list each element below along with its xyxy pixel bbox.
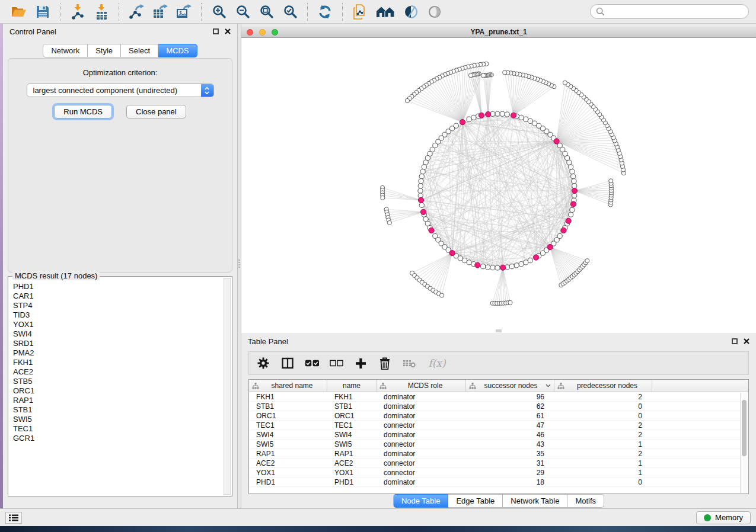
- column-header-successor-nodes[interactable]: successor nodes: [466, 380, 554, 392]
- result-node-item[interactable]: STB5: [13, 377, 222, 386]
- hide-graphics-icon: [404, 5, 418, 19]
- search-input[interactable]: [605, 6, 748, 18]
- clear-table-button[interactable]: [401, 354, 417, 372]
- select-all-button[interactable]: [304, 354, 320, 372]
- import-network-button[interactable]: [67, 2, 88, 22]
- export-image-button[interactable]: [173, 2, 194, 22]
- result-node-item[interactable]: TEC1: [13, 424, 222, 434]
- cell-name: YOX1: [327, 469, 377, 477]
- zoom-fit-button[interactable]: [256, 2, 277, 22]
- tab-mcds[interactable]: MCDS: [158, 44, 197, 57]
- add-column-button[interactable]: [352, 354, 369, 372]
- hide-selected-button[interactable]: [400, 2, 422, 22]
- close-icon: [744, 338, 749, 344]
- export-network-icon: [129, 4, 144, 19]
- result-node-item[interactable]: ORC1: [13, 386, 222, 396]
- hierarchy-icon: [469, 383, 476, 389]
- result-node-item[interactable]: CAR1: [13, 291, 222, 301]
- criterion-dropdown[interactable]: largest connected component (undirected): [27, 84, 214, 97]
- save-button[interactable]: [32, 2, 53, 22]
- result-node-item[interactable]: ACE2: [13, 367, 222, 377]
- result-scrollbar[interactable]: [224, 278, 231, 495]
- result-node-item[interactable]: YOX1: [13, 320, 222, 329]
- result-node-item[interactable]: SRD1: [13, 339, 222, 348]
- cell-predecessor-nodes: 2: [554, 450, 652, 458]
- zoom-fit-icon: [260, 5, 273, 18]
- result-node-item[interactable]: STP4: [13, 301, 222, 310]
- close-panel-button[interactable]: Close panel: [126, 105, 186, 118]
- cell-name: RAP1: [327, 450, 377, 458]
- column-header-mcds-role[interactable]: MCDS role: [377, 380, 466, 392]
- open-button[interactable]: [8, 2, 30, 22]
- horizontal-splitter-grip-icon[interactable]: [496, 329, 502, 332]
- deselect-all-button[interactable]: [328, 354, 344, 372]
- network-canvas[interactable]: [241, 38, 756, 333]
- zoom-out-icon: [236, 5, 250, 18]
- tab-edge-table[interactable]: Edge Table: [448, 494, 503, 508]
- tab-select[interactable]: Select: [121, 44, 158, 57]
- refresh-icon: [317, 5, 333, 19]
- result-node-item[interactable]: FKH1: [13, 358, 222, 367]
- tab-network[interactable]: Network: [43, 44, 88, 57]
- show-columns-button[interactable]: [279, 354, 296, 372]
- table-row[interactable]: SWI4SWI4dominator462: [249, 430, 748, 440]
- tab-node-table[interactable]: Node Table: [393, 494, 449, 508]
- export-table-button[interactable]: [149, 2, 171, 22]
- column-label: predecessor nodes: [566, 382, 649, 390]
- cell-shared-name: FKH1: [249, 393, 327, 401]
- run-mcds-button[interactable]: Run MCDS: [54, 105, 112, 118]
- first-neighbors-button[interactable]: [373, 2, 398, 22]
- table-row[interactable]: FKH1FKH1dominator962: [249, 392, 748, 402]
- table-row[interactable]: RAP1RAP1dominator352: [249, 449, 748, 459]
- tab-style[interactable]: Style: [88, 44, 121, 57]
- function-builder-button[interactable]: f(x): [425, 354, 449, 372]
- table-settings-button[interactable]: [255, 354, 272, 372]
- table-row[interactable]: ACE2ACE2connector311: [249, 459, 748, 468]
- table-row[interactable]: SWI5SWI5connector431: [249, 440, 748, 449]
- new-network-from-selection-button[interactable]: [349, 2, 371, 22]
- table-row[interactable]: STB1STB1dominator620: [249, 402, 748, 411]
- save-floppy-icon: [36, 5, 49, 18]
- control-panel-tabs: NetworkStyleSelectMCDS: [3, 44, 237, 57]
- window-close-button[interactable]: [247, 29, 253, 36]
- table-row[interactable]: TEC1TEC1connector472: [249, 421, 748, 430]
- close-table-panel-button[interactable]: [744, 338, 749, 344]
- zoom-out-button[interactable]: [232, 2, 253, 22]
- delete-column-button[interactable]: [377, 354, 393, 372]
- show-all-button[interactable]: [424, 2, 445, 22]
- close-panel-x-button[interactable]: [225, 28, 231, 34]
- import-table-button[interactable]: [91, 2, 112, 22]
- network-window-titlebar: YPA_prune.txt_1: [241, 27, 756, 38]
- result-node-item[interactable]: GCR1: [13, 434, 222, 443]
- result-node-item[interactable]: SWI5: [13, 415, 222, 424]
- memory-button[interactable]: Memory: [696, 511, 751, 524]
- refresh-view-button[interactable]: [314, 2, 336, 22]
- result-node-item[interactable]: TID3: [13, 310, 222, 320]
- zoom-selected-button[interactable]: [279, 2, 301, 22]
- result-node-item[interactable]: SWI4: [13, 329, 222, 339]
- result-node-item[interactable]: PHD1: [13, 282, 222, 291]
- export-network-button[interactable]: [126, 2, 147, 22]
- tab-motifs[interactable]: Motifs: [567, 494, 604, 508]
- result-node-item[interactable]: RAP1: [13, 396, 222, 405]
- tab-network-table[interactable]: Network Table: [503, 494, 567, 508]
- cell-shared-name: SWI4: [249, 431, 327, 439]
- zoom-in-button[interactable]: [208, 2, 229, 22]
- float-table-panel-button[interactable]: [732, 338, 738, 344]
- window-maximize-button[interactable]: [272, 29, 278, 36]
- table-row[interactable]: PHD1PHD1dominator180: [249, 477, 748, 487]
- result-node-item[interactable]: PMA2: [13, 348, 222, 358]
- column-header-predecessor-nodes[interactable]: predecessor nodes: [554, 380, 652, 392]
- column-label: name: [330, 382, 373, 390]
- panel-splitter[interactable]: [237, 24, 241, 508]
- column-header-name[interactable]: name: [327, 380, 377, 392]
- table-row[interactable]: ORC1ORC1dominator610: [249, 411, 748, 421]
- column-header-shared-name[interactable]: shared name: [249, 380, 327, 392]
- table-row[interactable]: YOX1YOX1connector291: [249, 468, 748, 477]
- result-node-item[interactable]: STB1: [13, 405, 222, 415]
- float-panel-button[interactable]: [213, 28, 219, 34]
- table-scrollbar-thumb[interactable]: [742, 400, 747, 456]
- window-minimize-button[interactable]: [259, 29, 266, 36]
- task-history-button[interactable]: [5, 512, 22, 524]
- cell-name: ORC1: [327, 412, 377, 420]
